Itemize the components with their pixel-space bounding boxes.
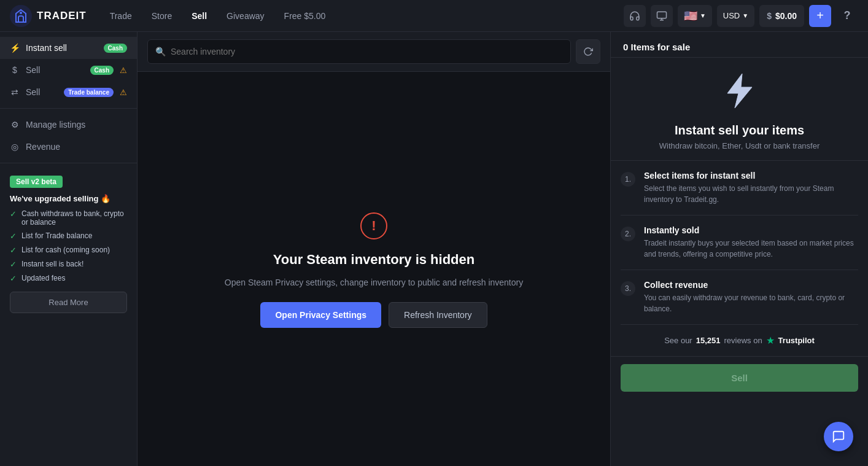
trustpilot-name: Trustpilot: [778, 336, 815, 345]
header-right: 🇺🇸 ▼ USD ▼ $ $0.00 + ?: [624, 5, 858, 27]
step-2: 2. Instantly sold Tradeit instantly buys…: [621, 216, 858, 270]
sidebar-item-manage-listings[interactable]: ⚙ Manage listings: [0, 114, 137, 136]
lightning-icon: ⚡: [10, 43, 20, 53]
revenue-icon: ◎: [10, 142, 20, 152]
chevron-down-icon: ▼: [742, 12, 748, 19]
inventory-area: ! Your Steam inventory is hidden Open St…: [138, 72, 610, 466]
list-item: ✓ Cash withdraws to bank, crypto or bala…: [10, 209, 127, 227]
trustpilot-mid-text: reviews on: [724, 336, 762, 345]
sidebar-item-revenue[interactable]: ◎ Revenue: [0, 136, 137, 158]
step-desc-3: You can easily withdraw your revenue to …: [644, 292, 858, 314]
action-buttons: Open Privacy Settings Refresh Inventory: [260, 302, 487, 328]
hidden-subtitle: Open Steam Privacy settings, change inve…: [225, 278, 523, 287]
sidebar: ⚡ Instant sell Cash $ Sell Cash ⚠ ⇄ Sell…: [0, 32, 138, 466]
right-panel: 0 Items for sale Instant sell your items…: [610, 32, 868, 466]
check-icon: ✓: [10, 231, 17, 241]
feature-label: Instant sell is back!: [21, 260, 83, 268]
trustpilot-pre-text: See our: [664, 336, 692, 345]
sell-v2-section: Sell v2 beta We've upgraded selling 🔥 ✓ …: [0, 168, 137, 461]
search-input-wrapper: 🔍: [147, 39, 571, 64]
step-1: 1. Select items for instant sell Select …: [621, 161, 858, 216]
sell-cash-badge: Cash: [90, 66, 114, 75]
sell-v2-badge: Sell v2 beta: [10, 176, 63, 188]
sell-cash-label: Sell: [26, 65, 84, 75]
monitor-button[interactable]: [651, 5, 673, 27]
step-desc-2: Tradeit instantly buys your selected ite…: [644, 238, 858, 260]
feature-label: Updated fees: [21, 274, 65, 282]
nav-giveaway[interactable]: Giveaway: [218, 7, 273, 25]
refresh-button[interactable]: [576, 39, 600, 64]
step-number-2: 2.: [621, 227, 635, 241]
search-input[interactable]: [171, 47, 563, 56]
refresh-inventory-button[interactable]: Refresh Inventory: [389, 302, 487, 328]
nav-free[interactable]: Free $5.00: [276, 7, 335, 25]
step-3: 3. Collect revenue You can easily withdr…: [621, 270, 858, 325]
sell-trade-badge: Trade balance: [64, 88, 114, 97]
add-funds-button[interactable]: +: [809, 5, 831, 27]
promo-subtitle: Withdraw bitcoin, Ether, Usdt or bank tr…: [659, 141, 820, 150]
trustpilot-count: 15,251: [696, 336, 721, 345]
balance-value: $0.00: [775, 11, 797, 21]
check-icon: ✓: [10, 246, 17, 255]
warning-icon: ⚠: [120, 66, 127, 75]
sell-panel-button[interactable]: Sell: [621, 364, 858, 392]
arrows-icon: ⇄: [10, 87, 20, 97]
nav-trade[interactable]: Trade: [101, 7, 141, 25]
nav-store[interactable]: Store: [143, 7, 180, 25]
step-desc-1: Select the items you wish to sell instan…: [644, 183, 858, 205]
sidebar-item-sell-trade[interactable]: ⇄ Sell Trade balance ⚠: [0, 81, 137, 103]
sell-v2-features-list: ✓ Cash withdraws to bank, crypto or bala…: [10, 209, 127, 283]
svg-rect-2: [657, 12, 666, 18]
list-item: ✓ List for Trade balance: [10, 231, 127, 241]
support-button[interactable]: [624, 5, 646, 27]
main-content: ⚡ Instant sell Cash $ Sell Cash ⚠ ⇄ Sell…: [0, 32, 868, 466]
language-button[interactable]: 🇺🇸 ▼: [678, 5, 712, 27]
chevron-down-icon: ▼: [700, 12, 706, 19]
dollar-icon: $: [767, 11, 772, 21]
list-item: ✓ List for cash (coming soon): [10, 246, 127, 255]
currency-button[interactable]: USD ▼: [717, 5, 754, 27]
help-button[interactable]: ?: [836, 5, 858, 27]
promo-title: Instant sell your items: [675, 123, 804, 138]
feature-label: Cash withdraws to bank, crypto or balanc…: [21, 209, 127, 227]
step-content-1: Select items for instant sell Select the…: [644, 171, 858, 205]
hidden-inventory-icon: !: [358, 210, 390, 242]
list-item: ✓ Instant sell is back!: [10, 260, 127, 269]
svg-point-1: [20, 12, 22, 14]
open-privacy-button[interactable]: Open Privacy Settings: [260, 302, 381, 328]
search-icon: 🔍: [155, 47, 166, 56]
feature-label: List for Trade balance: [21, 231, 92, 240]
manage-listings-label: Manage listings: [26, 120, 127, 130]
read-more-button[interactable]: Read More: [10, 292, 127, 313]
check-icon: ✓: [10, 209, 17, 219]
header: TRADEIT Trade Store Sell Giveaway Free $…: [0, 0, 868, 32]
instant-sell-promo: Instant sell your items Withdraw bitcoin…: [611, 58, 868, 161]
lightning-bolt-icon: [725, 72, 754, 116]
step-number-1: 1.: [621, 172, 635, 187]
steps-container: 1. Select items for instant sell Select …: [611, 161, 868, 325]
step-title-3: Collect revenue: [644, 280, 858, 290]
step-content-2: Instantly sold Tradeit instantly buys yo…: [644, 225, 858, 260]
step-number-3: 3.: [621, 281, 635, 296]
items-for-sale-header: 0 Items for sale: [611, 32, 868, 58]
sidebar-item-sell-cash[interactable]: $ Sell Cash ⚠: [0, 59, 137, 81]
trustpilot-section: See our 15,251 reviews on ★ Trustpilot: [611, 325, 868, 357]
list-item: ✓ Updated fees: [10, 274, 127, 283]
content-area: 🔍 ! Your Steam inventory is hidden Open …: [138, 32, 610, 466]
sell-trade-label: Sell: [26, 87, 58, 97]
dollar-icon: $: [10, 65, 20, 75]
check-icon: ✓: [10, 274, 17, 283]
logo-text: TRADEIT: [37, 10, 87, 22]
hidden-title: Your Steam inventory is hidden: [273, 252, 475, 268]
logo[interactable]: TRADEIT: [10, 5, 87, 27]
nav-sell[interactable]: Sell: [183, 7, 215, 25]
sidebar-item-instant-sell[interactable]: ⚡ Instant sell Cash: [0, 37, 137, 59]
chat-bubble-button[interactable]: [824, 422, 853, 451]
instant-sell-badge: Cash: [104, 44, 127, 53]
sidebar-divider-1: [0, 108, 137, 109]
feature-label: List for cash (coming soon): [21, 246, 110, 254]
balance-button[interactable]: $ $0.00: [759, 5, 804, 27]
flag-icon: 🇺🇸: [684, 9, 697, 23]
warning-icon: ⚠: [120, 88, 127, 97]
search-bar: 🔍: [138, 32, 610, 72]
